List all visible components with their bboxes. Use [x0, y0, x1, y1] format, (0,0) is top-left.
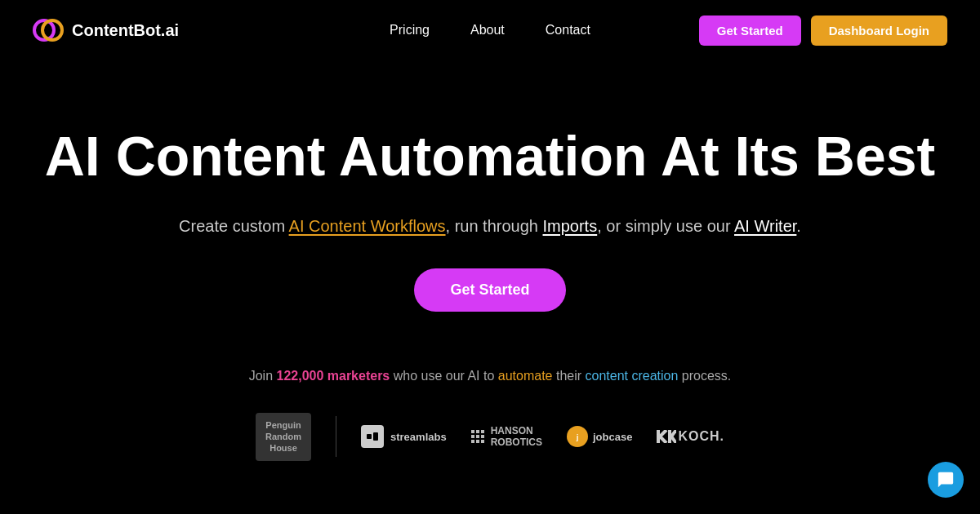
subtitle-link-writer[interactable]: AI Writer — [734, 217, 796, 235]
svg-rect-2 — [367, 434, 372, 439]
hanson-text: HANSONROBOTICS — [491, 425, 542, 449]
social-proof-count: 122,000 marketers — [276, 369, 390, 383]
streamlabs-icon — [361, 425, 384, 448]
hero-title: AI Content Automation At Its Best — [0, 126, 980, 187]
hero-section: AI Content Automation At Its Best Create… — [0, 60, 980, 312]
streamlabs-symbol — [366, 430, 379, 443]
jobcase-symbol: j — [571, 430, 584, 443]
social-proof-content: content creation — [586, 369, 679, 383]
hanson-icon — [471, 430, 484, 443]
subtitle-link-imports[interactable]: Imports — [543, 217, 598, 235]
hanson-icon-rows — [471, 430, 484, 433]
svg-rect-7 — [657, 430, 660, 433]
nav-get-started-button[interactable]: Get Started — [699, 16, 801, 46]
svg-line-9 — [660, 436, 666, 443]
subtitle-link-workflows[interactable]: AI Content Workflows — [289, 217, 446, 235]
logo-hanson: HANSONROBOTICS — [471, 425, 542, 449]
nav-links: Pricing About Contact — [390, 23, 590, 38]
logo[interactable]: ContentBot.ai — [33, 15, 179, 46]
svg-rect-11 — [668, 430, 671, 433]
nav-link-about[interactable]: About — [470, 23, 505, 38]
hero-cta-button[interactable]: Get Started — [414, 268, 565, 312]
jobcase-icon: j — [567, 426, 588, 447]
koch-icon — [657, 430, 676, 443]
streamlabs-text: streamlabs — [390, 431, 447, 443]
nav-actions: Get Started Dashboard Login — [699, 16, 947, 46]
hero-subtitle: Create custom AI Content Workflows, run … — [0, 213, 980, 239]
subtitle-text-1: Create custom — [179, 217, 289, 235]
social-proof-text: Join 122,000 marketers who use our AI to… — [0, 369, 980, 383]
subtitle-text-4: . — [796, 217, 801, 235]
chat-icon — [937, 471, 955, 489]
logo-icon — [33, 15, 64, 46]
svg-rect-3 — [373, 432, 378, 441]
social-proof-section: Join 122,000 marketers who use our AI to… — [0, 369, 980, 383]
chat-bubble-button[interactable] — [928, 462, 964, 498]
social-proof-mid2: their — [553, 369, 586, 383]
logo-text: ContentBot.ai — [72, 21, 179, 40]
partner-logos: PenguinRandomHouse streamlabs — [0, 413, 980, 461]
social-proof-prefix: Join — [249, 369, 277, 383]
jobcase-text: jobcase — [593, 431, 632, 443]
koch-text: KOCH. — [657, 429, 724, 444]
logo-divider-1 — [336, 416, 336, 457]
nav-dashboard-button[interactable]: Dashboard Login — [811, 16, 947, 46]
social-proof-suffix: process. — [678, 369, 731, 383]
logo-streamlabs: streamlabs — [361, 425, 447, 448]
nav-link-pricing[interactable]: Pricing — [390, 23, 430, 38]
logo-penguin: PenguinRandomHouse — [256, 413, 311, 461]
social-proof-mid1: who use our AI to — [390, 369, 498, 383]
logo-jobcase: j jobcase — [567, 426, 632, 447]
subtitle-text-2: , run through — [446, 217, 543, 235]
nav-link-contact[interactable]: Contact — [546, 23, 590, 38]
svg-line-13 — [671, 436, 676, 443]
social-proof-automate: automate — [498, 369, 553, 383]
subtitle-text-3: , or simply use our — [597, 217, 734, 235]
svg-line-12 — [671, 430, 676, 436]
svg-text:j: j — [576, 432, 579, 441]
logo-koch: KOCH. — [657, 429, 724, 444]
navigation: ContentBot.ai Pricing About Contact Get … — [0, 0, 980, 60]
